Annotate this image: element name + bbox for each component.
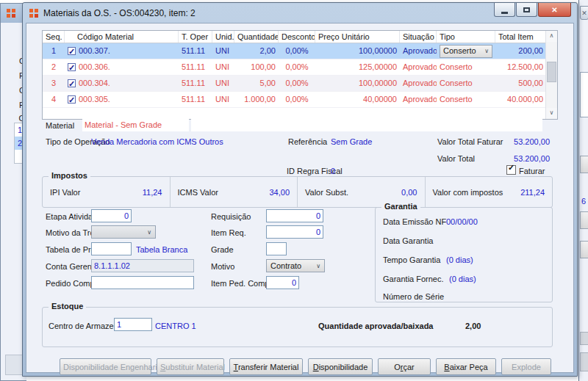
cell-unid: UNI [212,59,234,75]
maximize-button[interactable] [516,3,537,17]
cell-unid: UNI [212,76,234,91]
close-icon[interactable]: ✕ [580,6,588,20]
item-ped-compra-input[interactable] [266,276,299,289]
table-row[interactable]: 2000.306.511.11UNI100,000,00%125,00000Ap… [43,59,557,76]
icms-valor-value: 34,00 [269,188,290,197]
cell-preco: 100,00000 [315,43,400,59]
row-checkbox-checked[interactable] [68,79,76,87]
cell-desconto: 0,00% [279,59,315,75]
column-header-situacao[interactable]: Situação [400,31,437,43]
table-row[interactable]: 4000.305.511.11UNI1.000,000,00%40,00000A… [43,92,557,108]
cell-tipo: Conserto [437,59,495,75]
cell-quantidade: 1.000,00 [234,92,279,107]
motivo-dropdown[interactable]: Contrato ∨ [266,259,325,272]
orcar-button[interactable]: Orçar [378,358,431,375]
materials-grid: Seq. Código Material T. Oper Unid. Quant… [42,30,558,120]
column-header-codigo[interactable]: Código Material [65,31,179,43]
motivo-troca-dropdown[interactable]: ∨ [91,225,156,239]
bg-right-button[interactable] [580,156,588,173]
minimize-button[interactable] [494,3,515,17]
item-req-label: Item Req. [211,228,246,237]
column-header-quantidade[interactable]: Quantidade [234,31,279,43]
column-header-total[interactable]: Total Item [495,31,546,43]
data-emissao-nf-label: Data Emissão NF [383,217,446,226]
grid-body: 1000.307.511.11UNI2,000,00%100,00000Apro… [43,43,557,108]
motivo-value: Contrato [270,261,301,270]
cell-situacao: Aprovado [400,43,437,59]
cell-desconto: 0,00% [279,92,315,107]
codigo-text: 000.306. [79,59,110,75]
cell-toper: 511.11 [179,59,212,75]
etapa-atividade-input[interactable] [91,209,132,222]
vertical-scrollbar[interactable]: ∧ ∨ [545,31,557,119]
material-value-field[interactable]: Material - Sem Grade [82,118,189,131]
conta-gerencial-input[interactable] [91,259,194,272]
scroll-down-icon[interactable]: ∨ [546,108,557,119]
pedido-compra-input[interactable] [91,276,194,289]
tabela-preco-input[interactable] [91,242,132,255]
transferir-material-button[interactable]: Transferir Material [229,358,303,375]
row-checkbox-checked[interactable] [68,63,76,71]
item-req-input[interactable] [266,225,323,239]
background-window-right: ✕ 6 [578,0,588,381]
minimize-icon [501,12,508,14]
centro-armazenagem-input[interactable] [114,318,152,331]
grade-input[interactable] [266,242,287,255]
app-icon [6,8,16,18]
cell-preco: 100,00000 [315,76,400,91]
cell-tipo: Conserto [437,76,495,91]
cell-unid: UNI [212,92,234,107]
cell-preco: 40,00000 [315,92,400,107]
material-label: Material [46,121,74,130]
cell-tipo: Conserto∨ [437,43,495,59]
column-header-preco[interactable]: Preço Unitário [315,31,400,43]
cell-seq: 4 [43,92,65,107]
table-row[interactable]: 3000.304.511.11UNI5,000,00%100,00000Apro… [43,76,557,92]
tempo-garantia-label: Tempo Garantia [383,255,440,264]
cell-situacao: Aprovado [400,59,437,75]
tempo-garantia-value: (0 dias) [446,255,473,264]
close-button[interactable]: ✕ [538,3,571,17]
cell-toper: 511.11 [179,92,212,107]
explode-button: Explode [501,358,551,375]
substituir-material-button: Substituir Material [157,358,224,375]
cell-situacao: Aprovado [400,92,437,107]
codigo-text: 000.305. [79,92,110,107]
ipi-valor-value: 11,24 [143,188,162,197]
tipo-operacao-value: Venda Mercadoria com ICMS Outros [91,137,223,146]
bg-right-button[interactable] [580,211,588,229]
impostos-groupbox: Impostos IPI Valor 11,24 ICMS Valor 34,0… [42,176,553,208]
valor-com-impostos-cell: Valor com impostos 211,24 [426,177,553,207]
grid-header: Seq. Código Material T. Oper Unid. Quant… [43,31,557,43]
cell-tipo: Conserto [437,92,495,107]
table-row[interactable]: 1000.307.511.11UNI2,000,00%100,00000Apro… [43,43,557,59]
material-extra-field[interactable] [191,118,542,131]
valor-com-impostos-value: 211,24 [520,188,545,197]
tabela-preco-hint: Tabela Branca [136,245,187,254]
materiais-os-dialog: Materiais da O.S. - OS:004230, item: 2 ✕… [22,2,578,377]
scrollbar-thumb[interactable] [547,62,556,82]
estoque-groupbox: Estoque Centro de Armazenagem CENTRO 1 Q… [42,307,553,347]
column-header-toper[interactable]: T. Oper [179,31,212,43]
baixar-peca-button[interactable]: Baixar Peça [436,358,496,375]
referencia-label: Referência [288,137,327,146]
cell-total: 40.000,00 [495,92,546,107]
column-header-tipo[interactable]: Tipo [437,31,495,43]
disponibilidade-button[interactable]: Disponibilidade [308,358,373,375]
row-checkbox-checked[interactable] [68,95,76,104]
tipo-combobox[interactable]: Conserto∨ [440,45,492,58]
column-header-desconto[interactable]: Desconto [279,31,315,43]
ipi-valor-label: IPI Valor [50,188,80,197]
scroll-up-icon[interactable]: ∧ [546,31,557,42]
column-header-seq[interactable]: Seq. [43,31,65,43]
cell-preco: 125,00000 [315,59,400,75]
column-header-unid[interactable]: Unid. [212,31,234,43]
data-emissao-nf-value: 00/00/00 [446,217,478,226]
centro-armazenagem-desc: CENTRO 1 [155,322,196,330]
faturar-checkbox[interactable] [506,165,516,175]
row-checkbox-checked[interactable] [68,47,76,55]
impostos-title: Impostos [49,171,90,180]
bg-right-button[interactable] [580,241,588,258]
chevron-down-icon: ∨ [147,229,151,236]
requisicao-input[interactable] [266,209,323,222]
